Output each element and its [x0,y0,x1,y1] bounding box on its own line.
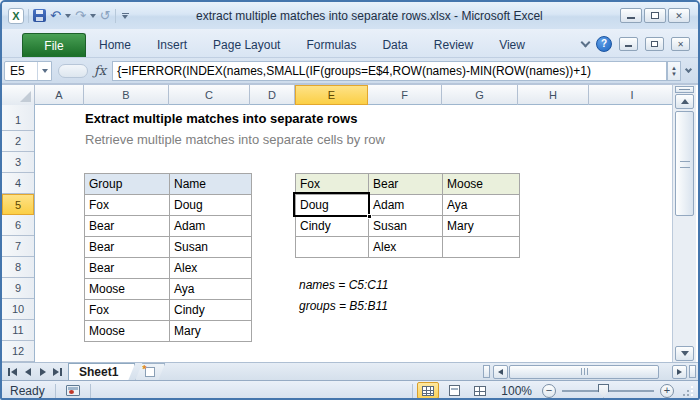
previous-sheet-icon[interactable] [21,365,34,378]
cell-c5[interactable]: Doug [170,195,252,216]
zoom-out-button[interactable]: − [542,384,556,398]
result-table-header-bear[interactable]: Bear [369,174,443,195]
sheet-tab-sheet1[interactable]: Sheet1 [68,363,135,380]
column-header-i[interactable]: I [589,85,676,105]
cell-b5[interactable]: Fox [85,195,170,216]
redo-dropdown-icon[interactable] [90,14,96,18]
result-table-header-moose[interactable]: Moose [443,174,520,195]
tab-insert[interactable]: Insert [144,33,200,57]
row-header-11[interactable]: 11 [2,320,34,341]
tab-home[interactable]: Home [86,33,144,57]
tab-split-handle[interactable] [689,365,696,378]
column-header-h[interactable]: H [518,85,589,105]
insert-function-icon[interactable]: ƒx [94,63,112,78]
row-header-1[interactable]: 1 [2,110,34,131]
cell-g7[interactable] [443,237,520,258]
cell-b9[interactable]: Moose [85,279,170,300]
restore-button[interactable] [644,8,666,23]
vertical-split-handle[interactable] [675,86,694,93]
page-layout-view-button[interactable] [443,382,465,399]
horizontal-scroll-thumb[interactable] [509,365,659,379]
cell-c6[interactable]: Adam [170,216,252,237]
column-header-c[interactable]: C [169,85,250,105]
row-header-6[interactable]: 6 [2,215,34,236]
scroll-down-icon[interactable] [675,346,694,361]
expand-formula-bar-icon[interactable] [681,61,696,81]
cell-f5[interactable]: Adam [369,195,443,216]
cell-b7[interactable]: Bear [85,237,170,258]
repeat-icon[interactable]: ↺ [100,9,111,22]
zoom-slider-handle[interactable] [598,384,609,398]
tab-formulas[interactable]: Formulas [293,33,369,57]
resize-grip[interactable] [682,385,694,397]
name-box-dropdown-icon[interactable] [37,62,51,80]
excel-logo-icon[interactable]: X [8,8,24,24]
fill-handle[interactable] [367,214,372,219]
cell-c11[interactable]: Mary [170,321,252,342]
cell-e7[interactable] [296,237,369,258]
cell-b8[interactable]: Bear [85,258,170,279]
formula-input[interactable]: {=IFERROR(INDEX(names,SMALL(IF(groups=E$… [112,61,667,81]
page-break-view-button[interactable] [469,382,491,399]
cell-b10[interactable]: Fox [85,300,170,321]
select-all-corner[interactable] [2,85,35,105]
last-sheet-icon[interactable] [51,365,64,378]
column-header-f[interactable]: F [368,85,442,105]
workbook-minimize-button[interactable] [619,37,638,51]
next-sheet-icon[interactable] [36,365,49,378]
cell-c10[interactable]: Cindy [170,300,252,321]
tab-file[interactable]: File [22,33,86,57]
scroll-up-icon[interactable] [675,94,694,109]
source-table-header-name[interactable]: Name [170,174,252,195]
tab-view[interactable]: View [486,33,538,57]
row-header-10[interactable]: 10 [2,299,34,320]
close-button[interactable]: ✕ [668,8,690,23]
insert-worksheet-button[interactable] [135,363,165,380]
formula-bar-spinner[interactable]: ▲▼ [667,61,681,81]
minimize-ribbon-icon[interactable] [581,38,591,48]
source-table-header-group[interactable]: Group [85,174,170,195]
cell-c8[interactable]: Alex [170,258,252,279]
horizontal-scroll-track[interactable] [659,365,671,379]
column-header-e-selected[interactable]: E [295,85,368,105]
row-header-7[interactable]: 7 [2,236,34,257]
workbook-close-button[interactable]: ✕ [671,37,690,51]
row-header-3[interactable]: 3 [2,152,34,173]
row-header-4[interactable]: 4 [2,173,34,194]
help-icon[interactable]: ? [596,36,612,52]
horizontal-split-handle[interactable] [483,365,490,378]
name-box[interactable]: E5 [4,61,52,81]
save-icon[interactable] [33,9,46,22]
cell-f7[interactable]: Alex [369,237,443,258]
horizontal-scrollbar[interactable] [483,363,698,380]
row-header-9[interactable]: 9 [2,278,34,299]
zoom-level-label[interactable]: 100% [495,384,538,398]
cell-c9[interactable]: Aya [170,279,252,300]
tab-review[interactable]: Review [421,33,486,57]
tab-page-layout[interactable]: Page Layout [200,33,293,57]
column-header-a[interactable]: A [35,85,84,105]
minimize-button[interactable] [620,8,642,23]
vertical-scrollbar[interactable] [672,85,696,362]
row-header-12[interactable]: 12 [2,341,34,362]
cell-b6[interactable]: Bear [85,216,170,237]
cell-e6[interactable]: Cindy [296,216,369,237]
column-header-g[interactable]: G [442,85,518,105]
undo-dropdown-icon[interactable] [65,14,71,18]
tab-data[interactable]: Data [369,33,420,57]
named-range-annotation-groups[interactable]: groups = B5:B11 [299,299,388,313]
column-header-b[interactable]: B [84,85,169,105]
cell-g6[interactable]: Mary [443,216,520,237]
named-range-annotation-names[interactable]: names = C5:C11 [299,278,389,292]
redo-icon[interactable]: ↷ [75,9,86,22]
zoom-in-button[interactable]: + [660,384,674,398]
column-header-d[interactable]: D [250,85,295,105]
row-header-5-selected[interactable]: 5 [2,194,34,215]
row-header-2[interactable]: 2 [2,131,34,152]
workbook-restore-button[interactable] [645,37,664,51]
worksheet-subtitle-cell[interactable]: Retrieve multiple matches into separate … [85,132,385,147]
customize-qat-icon[interactable] [122,13,129,19]
vertical-scroll-thumb[interactable] [675,111,694,216]
cell-f6[interactable]: Susan [369,216,443,237]
row-header-8[interactable]: 8 [2,257,34,278]
